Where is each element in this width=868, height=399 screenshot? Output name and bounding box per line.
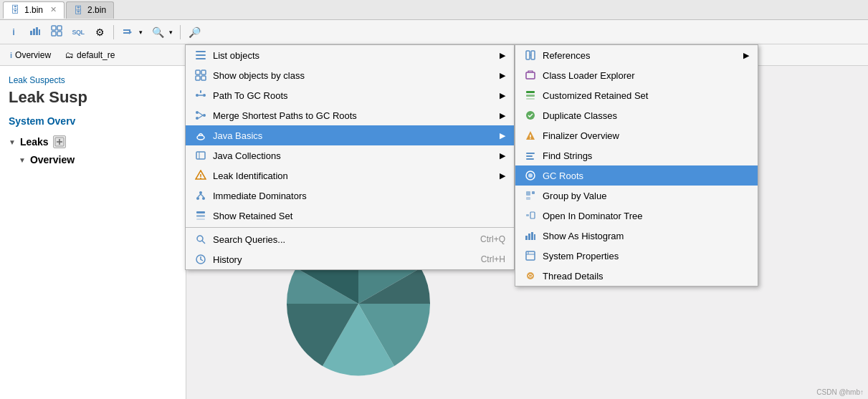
submenu-finalizer[interactable]: Finalizer Overview	[515, 125, 758, 145]
objects-button[interactable]	[47, 23, 66, 42]
svg-point-25	[203, 114, 206, 117]
list-objects-icon	[194, 49, 207, 62]
customized-retained-icon	[524, 89, 537, 102]
svg-rect-38	[196, 211, 205, 213]
search-icon: 🔎	[189, 27, 201, 38]
menu-item-show-objects[interactable]: Show objects by class ▶	[186, 65, 514, 85]
histogram-button[interactable]	[26, 23, 44, 42]
show-retained-icon	[194, 209, 207, 222]
submenu-system-props[interactable]: System Properties	[515, 246, 758, 266]
menu-item-leak-id[interactable]: Leak Identification ▶	[186, 165, 514, 186]
overview-tab-icon: i	[10, 51, 12, 59]
thread-details-icon	[524, 269, 537, 282]
svg-rect-54	[526, 153, 535, 154]
info-button[interactable]: i	[4, 23, 23, 42]
svg-rect-60	[526, 197, 530, 200]
settings-icon: ⚙	[95, 27, 105, 38]
tab-1bin-close[interactable]: ✕	[50, 5, 57, 14]
breadcrumb[interactable]: Leak Suspects	[9, 75, 65, 85]
nav-button[interactable]: ▾	[118, 23, 146, 42]
svg-rect-68	[526, 251, 535, 260]
java-basics-submenu[interactable]: References ▶ Class Loader Explorer Custo…	[515, 44, 758, 287]
overview-tab-label: Overview	[15, 50, 51, 60]
search-button[interactable]: 🔎	[185, 23, 204, 42]
menu-item-list-objects[interactable]: List objects ▶	[186, 45, 514, 65]
svg-rect-12	[196, 51, 206, 52]
menu-item-path-gc-roots[interactable]: Path To GC Roots ▶	[186, 85, 514, 105]
leaks-triangle[interactable]: ▼	[9, 138, 16, 146]
svg-point-34	[196, 197, 199, 200]
default-re-tab[interactable]: 🗂 default_re	[59, 48, 120, 62]
references-label: References	[543, 50, 590, 61]
svg-point-28	[197, 135, 204, 140]
menu-item-java-collections[interactable]: Java Collections ▶	[186, 145, 514, 165]
svg-rect-63	[530, 212, 535, 218]
svg-point-20	[203, 94, 206, 97]
svg-rect-17	[196, 76, 200, 80]
svg-rect-65	[528, 234, 530, 240]
menu-item-history[interactable]: History Ctrl+H	[186, 249, 514, 269]
svg-rect-22	[200, 90, 201, 93]
list-objects-arrow: ▶	[500, 51, 505, 60]
main-toolbar: i SQL ⚙ ▾ 🔍 ▾ 🔎	[0, 20, 868, 44]
show-objects-label: Show objects by class	[213, 70, 494, 81]
system-overview-link[interactable]: System Overv	[9, 115, 177, 127]
show-histogram-icon	[524, 229, 537, 242]
tab-bar: 🗄 1.bin ✕ 🗄 2.bin	[0, 0, 868, 20]
menu-item-search-queries[interactable]: Search Queries... Ctrl+Q	[186, 229, 514, 249]
thread-details-label: Thread Details	[543, 271, 604, 282]
svg-point-41	[197, 236, 203, 241]
java-basics-arrow: ▶	[500, 131, 505, 140]
svg-rect-47	[526, 72, 535, 79]
path-gc-label: Path To GC Roots	[213, 90, 494, 101]
svg-rect-16	[201, 70, 206, 74]
svg-point-32	[200, 178, 201, 179]
svg-rect-48	[526, 91, 535, 93]
tab-1bin[interactable]: 🗄 1.bin ✕	[3, 1, 65, 19]
svg-rect-15	[196, 70, 200, 74]
sql-button[interactable]: SQL	[69, 23, 87, 42]
duplicate-classes-label: Duplicate Classes	[543, 110, 617, 121]
submenu-gc-roots[interactable]: GC Roots	[515, 165, 758, 186]
submenu-thread-details[interactable]: Thread Details	[515, 266, 758, 286]
svg-rect-9	[123, 32, 129, 34]
svg-rect-44	[526, 51, 530, 59]
menu-item-show-retained[interactable]: Show Retained Set	[186, 206, 514, 226]
references-arrow: ▶	[743, 51, 749, 60]
search-queries-icon	[194, 233, 207, 246]
submenu-group-by-value[interactable]: Group by Value	[515, 186, 758, 206]
menu-item-merge-paths[interactable]: Merge Shortest Paths to GC Roots ▶	[186, 105, 514, 125]
show-retained-label: Show Retained Set	[213, 211, 505, 221]
submenu-histogram[interactable]: Show As Histogram	[515, 226, 758, 246]
overview-triangle[interactable]: ▼	[19, 156, 26, 164]
menu-item-java-basics[interactable]: Java Basics ▶	[186, 125, 514, 145]
svg-rect-55	[526, 155, 533, 157]
tab-2bin[interactable]: 🗄 2.bin	[66, 1, 114, 19]
submenu-customized-retained[interactable]: Customized Retained Set	[515, 85, 758, 105]
submenu-references[interactable]: References ▶	[515, 45, 758, 65]
submenu-class-loader[interactable]: Class Loader Explorer	[515, 65, 758, 85]
svg-rect-50	[526, 98, 535, 100]
submenu-dominator-tree[interactable]: Open In Dominator Tree	[515, 206, 758, 226]
query-button[interactable]: 🔍 ▾	[148, 23, 176, 42]
system-props-icon	[524, 249, 537, 262]
query-dropdown-arrow[interactable]: ▾	[166, 24, 175, 41]
immediate-dom-label: Immediate Dominators	[213, 191, 505, 201]
immediate-dom-icon	[194, 189, 207, 202]
toolbar-sep-1	[113, 25, 114, 39]
tab-1bin-icon: 🗄	[11, 4, 20, 15]
settings-button[interactable]: ⚙	[90, 23, 109, 42]
gc-roots-label: GC Roots	[543, 170, 583, 181]
svg-rect-45	[531, 51, 535, 59]
menu-item-immediate-dom[interactable]: Immediate Dominators	[186, 186, 514, 206]
svg-rect-0	[30, 31, 32, 35]
tab-2bin-icon: 🗄	[74, 5, 83, 16]
nav-dropdown-arrow[interactable]: ▾	[136, 24, 145, 41]
primary-context-menu[interactable]: List objects ▶ Show objects by class ▶ P…	[185, 44, 515, 270]
toolbar-sep-2	[180, 25, 181, 39]
submenu-duplicate-classes[interactable]: Duplicate Classes	[515, 105, 758, 125]
overview-tab[interactable]: i Overview	[4, 48, 57, 62]
find-strings-label: Find Strings	[543, 150, 592, 161]
svg-point-58	[528, 173, 533, 178]
submenu-find-strings[interactable]: Find Strings	[515, 145, 758, 165]
